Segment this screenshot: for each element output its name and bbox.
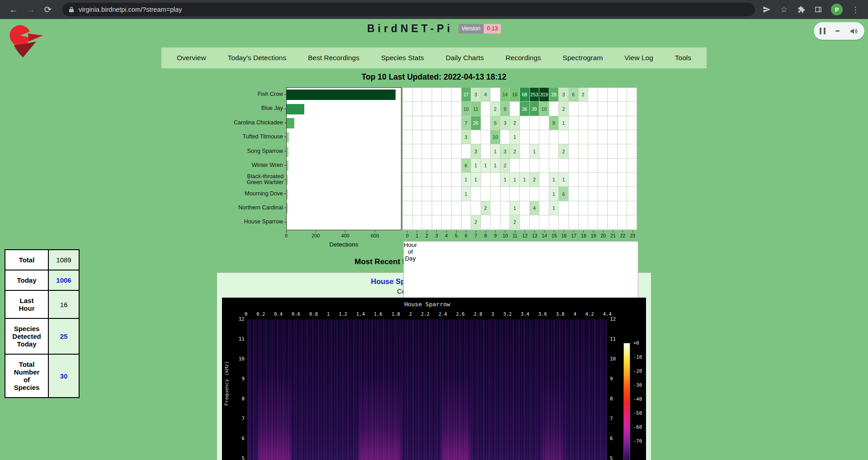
heatmap-cell-empty (432, 215, 442, 229)
forward-icon[interactable]: → (24, 2, 38, 17)
nav-item-tools[interactable]: Tools (664, 54, 702, 62)
heatmap-cell: 1 (462, 187, 472, 201)
heatmap-cell-empty (403, 102, 413, 116)
heatmap-cell-empty (598, 88, 608, 102)
heatmap-cell-empty (608, 173, 618, 187)
address-bar[interactable]: virginia.birdnetpi.com/?stream=play (62, 3, 755, 16)
extensions-puzzle-icon[interactable] (797, 5, 806, 14)
nav-item-view-log[interactable]: View Log (613, 54, 664, 62)
heatmap-cell-empty (608, 88, 618, 102)
heatmap-cell-empty (403, 215, 413, 229)
heatmap-cell: 1 (471, 159, 481, 173)
freq-tick: 6 (610, 436, 613, 441)
heatmap-cell-empty (452, 144, 462, 158)
heatmap-cell: 2 (510, 144, 520, 158)
heatmap-cell-empty (422, 187, 432, 201)
heatmap-cell: 2 (530, 173, 540, 187)
nav-item-species-stats[interactable]: Species Stats (370, 54, 435, 62)
nav-item-best-recordings[interactable]: Best Recordings (297, 54, 370, 62)
send-icon[interactable] (762, 5, 771, 14)
heatmap-cell-empty (588, 144, 598, 158)
volume-icon[interactable] (849, 27, 859, 35)
profile-avatar[interactable]: P (831, 4, 843, 15)
seek-dash[interactable] (835, 30, 840, 32)
spectro-colorbar-labels: +0-10-20-30-40-50-60-70 (633, 298, 647, 460)
heatmap-cell-empty (539, 201, 549, 215)
heatmap-cell: 2 (559, 102, 569, 116)
heatmap-cell-empty (598, 187, 608, 201)
hour-xtick: 1 (412, 231, 422, 238)
heatmap-cell: 28 (549, 88, 559, 102)
heatmap-cell-empty (491, 215, 500, 229)
nav-item-daily-charts[interactable]: Daily Charts (435, 54, 495, 62)
heatmap-cell-empty (481, 173, 491, 187)
heatmap-cell-empty (520, 201, 530, 215)
heatmap-cell: 3 (500, 116, 510, 130)
freq-tick: 10 (610, 356, 616, 362)
heatmap-cell: 68 (520, 88, 530, 102)
spectrogram-image: House Sparrow 00.20.40.60.811.21.41.61.8… (222, 298, 646, 460)
heatmap-cell-empty (520, 159, 530, 173)
nav-item-spectrogram[interactable]: Spectrogram (552, 54, 614, 62)
species-label-song-sparrow: Song Sparrow (231, 144, 286, 158)
side-panel-icon[interactable] (814, 5, 823, 14)
stats-row-total: Total1089 (5, 250, 79, 270)
chart-bar-plot (286, 87, 401, 230)
heatmap-cell-empty (598, 159, 608, 173)
heatmap-cell-empty (627, 102, 637, 116)
time-tick: 1.4 (356, 311, 365, 317)
stat-value[interactable]: 30 (48, 354, 79, 398)
heatmap-cell-empty (618, 144, 627, 158)
colorbar-tick: -40 (633, 396, 642, 402)
nav-item-overview[interactable]: Overview (166, 54, 217, 62)
stat-value[interactable]: 25 (48, 318, 79, 354)
heatmap-cell: 1 (549, 187, 559, 201)
freq-tick: 5 (241, 455, 245, 460)
bookmark-star-icon[interactable]: ☆ (779, 5, 788, 14)
nav-item-today-s-detections[interactable]: Today's Detections (217, 54, 297, 62)
heatmap-cell: 11 (471, 102, 481, 116)
heatmap-cell-empty (481, 215, 491, 229)
version-badge: Version 0.13 (458, 24, 501, 33)
detections-bar (287, 203, 288, 213)
heatmap-cell-empty (462, 201, 472, 215)
pause-icon[interactable] (820, 28, 826, 34)
nav-item-recordings[interactable]: Recordings (495, 54, 552, 62)
back-icon[interactable]: ← (6, 2, 21, 17)
heatmap-cell-empty (510, 159, 520, 173)
heatmap-cell-empty (452, 173, 462, 187)
stat-label: Total (5, 250, 48, 270)
heatmap-cell-empty (627, 130, 637, 144)
heatmap-cell-empty (413, 130, 423, 144)
heatmap-cell-empty (579, 215, 589, 229)
time-tick: 0 (245, 311, 247, 317)
heatmap-cell-empty (618, 187, 627, 201)
heatmap-cell-empty (500, 130, 510, 144)
heatmap-cell-empty (452, 116, 462, 130)
heatmap-cell-empty (491, 88, 500, 102)
stat-value[interactable]: 1006 (48, 270, 79, 290)
reload-icon[interactable]: ⟳ (41, 2, 55, 17)
hour-xtick: 7 (471, 231, 481, 238)
heatmap-cell-empty (559, 215, 569, 229)
hour-xtick: 21 (608, 231, 618, 238)
browser-menu-kebab-icon[interactable]: ⋮ (851, 5, 860, 14)
heatmap-cell-empty (422, 159, 432, 173)
time-tick: 1.6 (374, 311, 382, 317)
audio-player (814, 22, 864, 40)
heatmap-cell-empty (569, 187, 579, 201)
heatmap-cell-empty (598, 144, 608, 158)
colorbar-tick: -60 (633, 424, 642, 430)
heatmap-cell: 1 (491, 159, 500, 173)
heatmap-cell-empty (452, 102, 462, 116)
heatmap-cell: 9 (549, 116, 559, 130)
bar-xtick: 600 (371, 231, 379, 238)
detections-bar (287, 175, 288, 185)
heatmap-cell-empty (452, 215, 462, 229)
stat-label: Today (5, 270, 48, 290)
heatmap-cell: 3 (471, 144, 481, 158)
heatmap-cell-empty (413, 116, 423, 130)
freq-tick: 8 (241, 396, 245, 402)
heatmap-cell-empty (608, 116, 618, 130)
time-tick: 2.6 (456, 311, 465, 317)
